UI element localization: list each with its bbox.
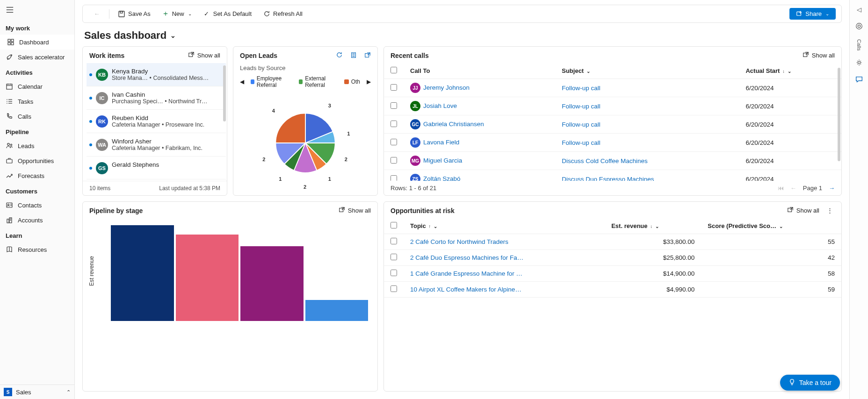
nav-item-dashboard[interactable]: Dashboard	[0, 35, 74, 50]
legend-item[interactable]: Oth	[344, 75, 360, 88]
col-subject[interactable]: Subject ⌄	[555, 63, 739, 79]
settings-icon[interactable]	[854, 58, 864, 67]
row-checkbox[interactable]	[391, 84, 397, 91]
work-item-row[interactable]: GSGerald Stephens	[87, 157, 226, 179]
col-topic[interactable]: Topic ↑ ⌄	[404, 218, 605, 234]
popout-icon[interactable]	[364, 52, 371, 60]
table-row[interactable]: JJJeremy JohnsonFollow-up call6/20/2024	[384, 79, 841, 97]
nav-item-opportunities[interactable]: Opportunities	[0, 153, 74, 168]
table-row[interactable]: 1 Café Grande Espresso Machine for …$14,…	[384, 266, 841, 282]
work-item-row[interactable]: ICIvan CashinPurchasing Speci… • Northwi…	[87, 86, 226, 110]
table-row[interactable]: 2 Café Duo Espresso Machines for Fa…$25,…	[384, 250, 841, 266]
copilot-icon[interactable]	[854, 21, 864, 31]
legend-next[interactable]: ▶	[367, 78, 371, 85]
nav-item-calls[interactable]: Calls	[0, 109, 74, 124]
call-to-cell[interactable]: JJJeremy Johnson	[404, 79, 555, 97]
legend-item[interactable]: External Referral	[299, 75, 337, 88]
legend-item[interactable]: Employee Referral	[251, 75, 292, 88]
table-row[interactable]: 2 Café Corto for Northwind Traders$33,80…	[384, 234, 841, 250]
scrollbar[interactable]	[838, 68, 840, 161]
subject-cell[interactable]: Discuss Duo Espresso Machines	[555, 170, 739, 181]
more-icon[interactable]: ⋮	[825, 207, 835, 214]
bar[interactable]	[111, 225, 174, 321]
hamburger-icon[interactable]	[0, 4, 74, 20]
row-checkbox[interactable]	[391, 139, 397, 145]
subject-cell[interactable]: Follow-up call	[555, 79, 739, 97]
first-page-icon[interactable]: ⏮	[778, 185, 784, 192]
col-call-to[interactable]: Call To	[404, 63, 555, 79]
table-row[interactable]: 10 Airpot XL Coffee Makers for Alpine…$4…	[384, 282, 841, 298]
nav-item-tasks[interactable]: Tasks	[0, 94, 74, 109]
topic-cell[interactable]: 2 Café Duo Espresso Machines for Fa…	[404, 250, 605, 266]
row-checkbox[interactable]	[391, 157, 397, 164]
row-checkbox[interactable]	[391, 285, 397, 292]
scrollbar[interactable]	[223, 65, 226, 121]
share-button[interactable]: Share ⌄	[789, 8, 836, 20]
table-row[interactable]: ZSZoltán SzabóDiscuss Duo Espresso Machi…	[384, 170, 841, 181]
records-icon[interactable]	[350, 52, 357, 60]
call-to-cell[interactable]: ZSZoltán Szabó	[404, 170, 555, 181]
row-checkbox[interactable]	[391, 238, 397, 244]
work-item-row[interactable]: KBKenya BradyStore Mana… • Consolidated …	[87, 63, 226, 86]
col-actual-start[interactable]: Actual Start ↓ ⌄	[739, 63, 841, 79]
pie-slice[interactable]	[275, 113, 305, 143]
chevron-down-icon[interactable]: ⌄	[170, 32, 176, 39]
refresh-all-button[interactable]: Refresh All	[258, 8, 307, 20]
legend-prev[interactable]: ◀	[240, 78, 244, 85]
row-checkbox[interactable]	[391, 270, 397, 276]
row-checkbox[interactable]	[391, 121, 397, 127]
call-to-cell[interactable]: MGMiguel Garcia	[404, 152, 555, 170]
nav-footer[interactable]: S Sales ⌃	[0, 385, 74, 399]
topic-cell[interactable]: 10 Airpot XL Coffee Makers for Alpine…	[404, 282, 605, 298]
subject-cell[interactable]: Follow-up call	[555, 115, 739, 134]
collapse-rail-icon[interactable]: ◁	[854, 5, 864, 14]
show-all-link[interactable]: Show all	[188, 51, 220, 59]
col-revenue[interactable]: Est. revenue ↓ ⌄	[605, 218, 701, 234]
save-as-button[interactable]: Save As	[113, 8, 155, 20]
nav-item-leads[interactable]: Leads	[0, 138, 74, 153]
row-checkbox[interactable]	[391, 254, 397, 260]
take-tour-button[interactable]: Take a tour	[780, 375, 840, 391]
select-all-checkbox[interactable]	[391, 222, 397, 228]
nav-item-sales-accelerator[interactable]: Sales accelerator	[0, 50, 74, 64]
nav-item-resources[interactable]: Resources	[0, 242, 74, 257]
subject-cell[interactable]: Follow-up call	[555, 97, 739, 115]
call-to-cell[interactable]: GCGabriela Christiansen	[404, 115, 555, 134]
table-row[interactable]: JLJosiah LoveFollow-up call6/20/2024	[384, 97, 841, 115]
call-to-cell[interactable]: JLJosiah Love	[404, 97, 555, 115]
topic-cell[interactable]: 2 Café Corto for Northwind Traders	[404, 234, 605, 250]
page-title[interactable]: Sales dashboard ⌄	[84, 29, 176, 42]
set-default-button[interactable]: ✓ Set As Default	[198, 8, 256, 20]
nav-item-contacts[interactable]: Contacts	[0, 198, 74, 213]
subject-cell[interactable]: Follow-up call	[555, 134, 739, 152]
table-row[interactable]: LFLavona FieldFollow-up call6/20/2024	[384, 134, 841, 152]
prev-page-icon[interactable]: ←	[790, 185, 796, 192]
subject-cell[interactable]: Discuss Cold Coffee Machines	[555, 152, 739, 170]
show-all-link[interactable]: Show all	[787, 207, 819, 214]
bar[interactable]	[240, 246, 304, 321]
show-all-link[interactable]: Show all	[339, 207, 371, 214]
call-to-cell[interactable]: LFLavona Field	[404, 134, 555, 152]
chat-icon[interactable]	[854, 75, 864, 84]
chevron-up-icon[interactable]: ⌃	[66, 389, 71, 395]
show-all-link[interactable]: Show all	[803, 51, 835, 59]
select-all-checkbox[interactable]	[391, 67, 397, 73]
nav-item-calendar[interactable]: Calendar	[0, 79, 74, 94]
calls-rail-label[interactable]: Calls	[856, 39, 862, 50]
table-row[interactable]: MGMiguel GarciaDiscuss Cold Coffee Machi…	[384, 152, 841, 170]
row-checkbox[interactable]	[391, 102, 397, 109]
topic-cell[interactable]: 1 Café Grande Espresso Machine for …	[404, 266, 605, 282]
work-item-row[interactable]: WAWinford AsherCafeteria Manager • Fabri…	[87, 133, 226, 157]
bar[interactable]	[305, 300, 369, 321]
new-button[interactable]: ＋ New ⌄	[157, 8, 196, 20]
refresh-icon[interactable]	[336, 51, 343, 60]
nav-item-forecasts[interactable]: Forecasts	[0, 168, 74, 183]
back-button[interactable]: ←	[88, 8, 105, 20]
bar[interactable]	[176, 235, 239, 321]
next-page-icon[interactable]: →	[829, 185, 835, 192]
col-score[interactable]: Score (Predictive Sco… ⌄	[701, 218, 841, 234]
row-checkbox[interactable]	[391, 175, 397, 181]
work-item-row[interactable]: RKReuben KiddCafeteria Manager • Prosewa…	[87, 110, 226, 133]
nav-item-accounts[interactable]: Accounts	[0, 213, 74, 228]
table-row[interactable]: GCGabriela ChristiansenFollow-up call6/2…	[384, 115, 841, 134]
